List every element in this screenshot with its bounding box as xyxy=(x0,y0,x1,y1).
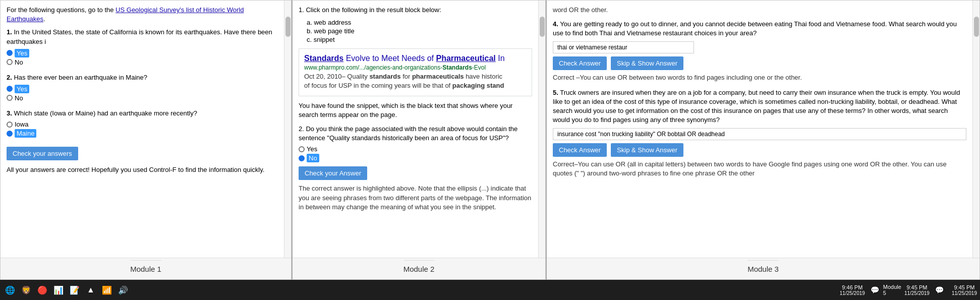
module2-item-a: a. web address xyxy=(307,19,532,26)
result-title-middle: Evolve to Meet Needs of xyxy=(343,54,436,63)
q1-yes-radio[interactable] xyxy=(7,50,13,56)
q3-maine-label: Maine xyxy=(15,129,36,138)
m2q2-no-radio[interactable] xyxy=(299,155,305,161)
q2-no-option[interactable]: No xyxy=(7,94,278,102)
q3-iowa-radio[interactable] xyxy=(7,122,13,128)
module3-q4-skip-button[interactable]: Skip & Show Answer xyxy=(611,56,683,70)
taskbar: 🌐 🦁 🔴 📊 📝 ▲ 📶 🔊 9:46 PM 11/25/2019 💬 Mod… xyxy=(0,280,980,300)
q1-no-option[interactable]: No xyxy=(7,58,278,66)
taskbar-notification-icon2[interactable]: 💬 xyxy=(933,283,947,297)
q1-no-label: No xyxy=(15,58,23,66)
m2q2-no-option[interactable]: No xyxy=(299,154,532,162)
q2-no-label: No xyxy=(15,94,23,102)
module3-q5-text: 5. Truck owners are insured when they ar… xyxy=(553,88,966,125)
module2-scrollbar-thumb[interactable] xyxy=(540,17,545,37)
module1-scrollbar[interactable] xyxy=(284,1,291,258)
result-date: Oct 20, 2010 xyxy=(304,73,341,80)
module3-q5-input[interactable] xyxy=(553,128,966,140)
result-snippet-rest: have historic xyxy=(464,73,503,80)
taskbar-volume-icon[interactable]: 🔊 xyxy=(116,283,130,297)
module3-q4-correct: Correct –You can use OR between two word… xyxy=(553,73,966,82)
q2-no-radio[interactable] xyxy=(7,95,13,101)
question-2-block: 2. Has there ever been an earthquake in … xyxy=(7,73,278,102)
module2-sublist: a. web address b. web page title c. snip… xyxy=(299,19,532,43)
taskbar-excel-icon[interactable]: 📊 xyxy=(51,283,66,297)
module2-check-answer-button[interactable]: Check your Answer xyxy=(299,166,367,180)
question-3-block: 3. Which state (Iowa or Maine) had an ea… xyxy=(7,109,278,138)
taskbar-module5-btn[interactable]: Module 5 xyxy=(885,283,899,297)
q1-no-radio[interactable] xyxy=(7,59,13,65)
result-snippet-bold3: packaging stand xyxy=(452,82,504,89)
taskbar-time-date-2: 9:45 PM 11/25/2019 xyxy=(904,284,930,296)
module1-scrollbar-thumb[interactable] xyxy=(285,17,291,37)
result-title-link[interactable]: Standards Evolve to Meet Needs of Pharma… xyxy=(304,54,505,63)
module3-q4-input[interactable] xyxy=(553,41,694,53)
taskbar-browser-icon[interactable]: 🌐 xyxy=(3,283,17,297)
result-title-standards: Standards xyxy=(304,54,343,63)
module3-scrollbar[interactable] xyxy=(972,1,979,258)
module2-q2-block: 2. Do you think the page associated with… xyxy=(299,125,532,212)
module2-panel: 1. Click on the following in the result … xyxy=(292,0,546,280)
q1-yes-option[interactable]: Yes xyxy=(7,49,278,57)
module3-q4-check-button[interactable]: Check Answer xyxy=(553,56,607,70)
result-url-end: -Evol xyxy=(472,64,486,71)
result-snippet-mid: for xyxy=(401,73,412,80)
module1-content: For the following questions, go to the U… xyxy=(1,1,284,258)
module2-found-text: You have found the snippet, which is the… xyxy=(299,101,532,119)
module2-instruction: 1. Click on the following in the result … xyxy=(299,6,532,15)
m2q2-yes-radio[interactable] xyxy=(299,146,305,152)
q3-iowa-label: Iowa xyxy=(15,121,28,128)
result-url-text: www.pharmpro.com/.../agencies-and-organi… xyxy=(304,64,442,71)
taskbar-up-arrow[interactable]: ▲ xyxy=(84,283,98,297)
module3-label: Module 3 xyxy=(747,260,779,277)
module2-scrollbar[interactable] xyxy=(538,1,545,258)
module1-label: Module 1 xyxy=(130,260,161,277)
module1-panel: For the following questions, go to the U… xyxy=(0,0,292,280)
result-snippet-bold1: standards xyxy=(369,73,400,80)
module1-footer: Module 1 xyxy=(1,258,291,279)
q2-yes-radio[interactable] xyxy=(7,86,13,92)
module3-q5-correct: Correct–You can use OR (all in capital l… xyxy=(553,160,966,178)
m2q2-yes-option[interactable]: Yes xyxy=(299,145,532,153)
taskbar-notification-icon[interactable]: 💬 xyxy=(868,283,882,297)
module1-intro: For the following questions, go to the U… xyxy=(7,6,278,24)
taskbar-word-icon[interactable]: 📝 xyxy=(68,283,82,297)
result-snippet: Oct 20, 2010– Quality standards for phar… xyxy=(304,72,527,90)
taskbar-red-icon[interactable]: 🔴 xyxy=(35,283,49,297)
q2-yes-label: Yes xyxy=(15,85,29,93)
question-3-text: 3. Which state (Iowa or Maine) had an ea… xyxy=(7,109,278,118)
module2-item-b: b. web page title xyxy=(307,27,532,35)
taskbar-time1: 9:46 PM xyxy=(840,284,865,290)
q3-iowa-option[interactable]: Iowa xyxy=(7,121,278,128)
result-snippet-start: – Quality xyxy=(341,73,369,80)
module3-truncated-top: word OR the other. xyxy=(553,6,966,15)
module3-scrollbar-thumb[interactable] xyxy=(974,17,979,37)
result-title-end: In xyxy=(496,54,505,63)
module3-q5-skip-button[interactable]: Skip & Show Answer xyxy=(611,143,683,157)
m2q2-yes-label: Yes xyxy=(307,145,317,153)
result-url[interactable]: www.pharmpro.com/.../agencies-and-organi… xyxy=(304,64,527,71)
q2-yes-option[interactable]: Yes xyxy=(7,85,278,93)
module3-q5-check-button[interactable]: Check Answer xyxy=(553,143,607,157)
result-snippet-bold2: pharmaceuticals xyxy=(412,73,464,80)
taskbar-date3: 11/25/2019 xyxy=(952,290,977,296)
taskbar-brave-icon[interactable]: 🦁 xyxy=(19,283,33,297)
question-1-block: 1. In the United States, the state of Ca… xyxy=(7,28,278,66)
module2-content: 1. Click on the following in the result … xyxy=(293,1,538,258)
result-title-line: Standards Evolve to Meet Needs of Pharma… xyxy=(304,54,527,63)
taskbar-time-date-3: 9:45 PM 11/25/2019 xyxy=(952,284,977,296)
taskbar-network-icon[interactable]: 📶 xyxy=(100,283,114,297)
q3-maine-radio[interactable] xyxy=(7,131,13,137)
question-1-text: 1. In the United States, the state of Ca… xyxy=(7,28,278,46)
module3-q5-block: 5. Truck owners are insured when they ar… xyxy=(553,88,966,178)
taskbar-time3: 9:45 PM xyxy=(952,284,977,290)
module3-q4-btns: Check Answer Skip & Show Answer xyxy=(553,56,966,70)
q3-maine-option[interactable]: Maine xyxy=(7,129,278,138)
module2-q2-text: 2. Do you think the page associated with… xyxy=(299,125,532,143)
module3-q4-text: 4. You are getting ready to go out to di… xyxy=(553,20,966,38)
check-answers-button[interactable]: Check your answers xyxy=(7,147,78,160)
module2-answer-note: The correct answer is highlighted above.… xyxy=(299,184,532,212)
result-snippet-line2: of focus for USP in the coming years wil… xyxy=(304,82,452,89)
taskbar-date1: 11/25/2019 xyxy=(840,290,865,296)
main-content: For the following questions, go to the U… xyxy=(0,0,980,280)
